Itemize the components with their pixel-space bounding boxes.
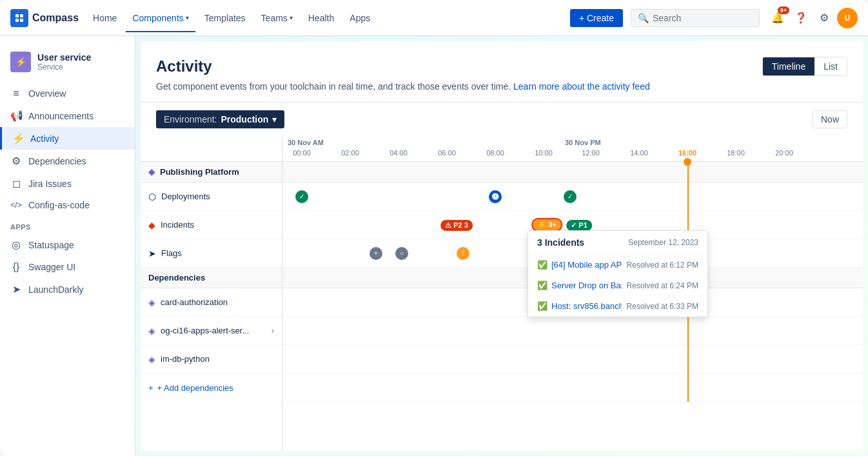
teams-chevron-icon: ▾ <box>290 14 293 21</box>
tick-0600: 06:00 <box>438 149 456 157</box>
content-description: Get component events from your toolchain… <box>156 81 847 92</box>
sidebar-item-statuspage[interactable]: ◎ Statuspage <box>0 233 135 256</box>
incident-event-1[interactable]: ⚠ P2 3 <box>440 219 473 231</box>
dependencies-icon: ⚙ <box>10 155 22 167</box>
sidebar-item-activity[interactable]: ⚡ Activity <box>0 127 135 150</box>
deploy-event-2[interactable]: 🕐 <box>489 190 502 203</box>
nav-home[interactable]: Home <box>86 9 123 27</box>
help-icon: ❓ <box>794 12 807 24</box>
environment-selector[interactable]: Environment: Production ▾ <box>156 110 284 128</box>
timeline-wrapper: ◈ Publishing Platform ⬡ Deployments ◆ In… <box>141 136 863 451</box>
row-card-authorization[interactable]: ◈ card-authorization <box>141 288 282 317</box>
pm-date-label: 30 Nov PM <box>560 139 606 146</box>
service-type: Service <box>37 63 91 72</box>
deploy-event-3[interactable]: ✓ <box>564 190 577 203</box>
row-im-db-python[interactable]: ◈ im-db-python <box>141 345 282 373</box>
popup-item-1[interactable]: ✅ [64] Mobile app API: Requ... Resolved … <box>528 255 707 275</box>
incident-event-3[interactable]: ✓ P1 <box>566 219 592 231</box>
config-icon: </> <box>10 201 22 210</box>
timeline-view-button[interactable]: Timeline <box>763 57 814 75</box>
flag-event-2[interactable]: ○ <box>395 247 408 260</box>
timeline-rows: ✓ 🕐 ✓ <box>282 162 863 402</box>
tick-0800: 08:00 <box>486 149 504 157</box>
flag-event-3[interactable]: ! <box>457 247 469 260</box>
sidebar-item-launchdarkly[interactable]: ➤ LaunchDarkly <box>0 278 135 301</box>
incidents-row-icon: ◆ <box>148 220 155 230</box>
announcements-icon: 📢 <box>10 110 22 122</box>
section-publishing-platform: ◈ Publishing Platform <box>141 162 282 183</box>
tick-0400: 04:00 <box>390 149 408 157</box>
service-icon: ⚡ <box>10 52 31 72</box>
timeline-scroll[interactable]: 30 Nov AM 00:00 02:00 04:00 06:00 08:00 … <box>282 136 863 451</box>
settings-button[interactable]: ⚙ <box>814 8 834 28</box>
im-db-timeline-row <box>282 345 863 373</box>
notification-badge: 9+ <box>778 6 789 14</box>
nav-templates[interactable]: Templates <box>198 9 252 27</box>
sidebar-item-announcements[interactable]: 📢 Announcements <box>0 104 135 127</box>
avatar[interactable]: U <box>837 8 858 28</box>
view-toggle: Timeline List <box>762 57 847 76</box>
flag-event-1[interactable]: + <box>370 247 382 260</box>
logo[interactable]: Compass <box>10 9 79 27</box>
section-dependencies: Dependencies <box>141 268 282 288</box>
timeline-labels: ◈ Publishing Platform ⬡ Deployments ◆ In… <box>141 136 282 451</box>
learn-more-link[interactable]: Learn more about the activity feed <box>513 81 650 92</box>
activity-icon: ⚡ <box>12 132 24 144</box>
svg-rect-3 <box>20 19 23 22</box>
row-flags[interactable]: ➤ Flags <box>141 239 282 268</box>
sidebar-item-config-as-code[interactable]: </> Config-as-code <box>0 195 135 215</box>
timeline-controls: Environment: Production ▾ Now <box>141 103 863 136</box>
tick-0200: 02:00 <box>341 149 359 157</box>
sidebar-item-swagger[interactable]: {} Swagger UI <box>0 256 135 278</box>
current-time-marker <box>684 158 691 166</box>
row-incidents[interactable]: ◆ Incidents <box>141 211 282 239</box>
deploy-event-1[interactable]: ✓ <box>295 190 308 203</box>
nav-apps[interactable]: Apps <box>343 9 377 27</box>
main-area: ⚡ User service Service ≡ Overview 📢 Anno… <box>0 36 868 456</box>
flags-row-icon: ➤ <box>148 248 156 259</box>
jira-icon: ◻ <box>10 177 22 190</box>
create-button[interactable]: + Create <box>570 9 623 27</box>
nav-teams[interactable]: Teams ▾ <box>255 9 299 27</box>
deployments-timeline-row: ✓ 🕐 ✓ <box>282 183 863 211</box>
add-deps-timeline-row <box>282 373 863 402</box>
help-button[interactable]: ❓ <box>791 8 811 28</box>
am-date-label: 30 Nov AM <box>282 139 329 146</box>
add-dependencies-row[interactable]: + + Add dependencies <box>141 373 282 402</box>
page-title: Activity <box>156 57 212 75</box>
tick-2000: 20:00 <box>775 149 793 157</box>
now-button[interactable]: Now <box>813 110 847 128</box>
popup-item-2[interactable]: ✅ Server Drop on Banc.ly Fr... Resolved … <box>528 275 707 296</box>
popup-item-3[interactable]: ✅ Host: srv856.bancly.com... Resolved at… <box>528 296 707 317</box>
nav-health[interactable]: Health <box>302 9 340 27</box>
row-deployments[interactable]: ⬡ Deployments <box>141 183 282 211</box>
notifications-button[interactable]: 🔔 9+ <box>767 8 788 28</box>
incident-event-2[interactable]: ⚡ 3+ <box>531 218 562 232</box>
launchdarkly-icon: ➤ <box>10 283 22 295</box>
sidebar-header: ⚡ User service Service <box>0 46 135 83</box>
logo-icon <box>10 9 28 27</box>
sidebar-item-dependencies[interactable]: ⚙ Dependencies <box>0 150 135 172</box>
popup-check-1-icon: ✅ <box>537 260 547 270</box>
sidebar-item-overview[interactable]: ≡ Overview <box>0 83 135 104</box>
tick-1400: 14:00 <box>630 149 648 157</box>
env-chevron-icon: ▾ <box>272 114 277 124</box>
section-spacer-publishing <box>282 162 863 183</box>
search-input[interactable] <box>653 13 753 23</box>
sidebar: ⚡ User service Service ≡ Overview 📢 Anno… <box>0 36 135 456</box>
card-auth-icon: ◈ <box>148 297 155 308</box>
og-ci16-arrow-icon: › <box>271 326 274 335</box>
popup-check-2-icon: ✅ <box>537 281 547 290</box>
sidebar-item-jira-issues[interactable]: ◻ Jira Issues <box>0 172 135 195</box>
gear-icon: ⚙ <box>820 12 829 24</box>
row-og-ci16[interactable]: ◈ og-ci16-apps-alert-ser... › <box>141 317 282 345</box>
nav-components[interactable]: Components ▾ <box>126 9 195 27</box>
content-area: Activity Timeline List Get component eve… <box>141 41 863 451</box>
content-header: Activity Timeline List Get component eve… <box>141 41 863 103</box>
deployments-row-icon: ⬡ <box>148 192 156 202</box>
list-view-button[interactable]: List <box>814 57 847 75</box>
publishing-platform-icon: ◈ <box>148 167 155 177</box>
logo-text: Compass <box>32 12 79 24</box>
search-box[interactable]: 🔍 <box>631 9 760 27</box>
popup-check-3-icon: ✅ <box>537 301 547 311</box>
